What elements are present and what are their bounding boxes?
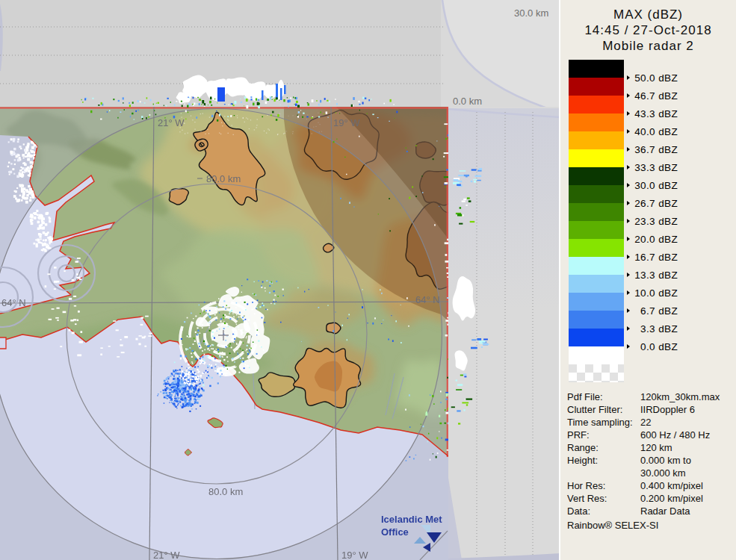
svg-text:64° N: 64° N: [1, 297, 26, 308]
svg-text:Icelandic Met: Icelandic Met: [381, 514, 442, 525]
svg-text:0.0 km: 0.0 km: [453, 96, 482, 107]
svg-text:19° W: 19° W: [333, 117, 360, 128]
svg-text:21° W: 21° W: [153, 550, 180, 560]
svg-text:19° W: 19° W: [341, 550, 368, 560]
svg-text:30.0 km: 30.0 km: [514, 7, 548, 19]
svg-text:21° W: 21° W: [158, 117, 185, 128]
svg-text:64° N: 64° N: [415, 294, 440, 305]
svg-text:Office: Office: [381, 526, 409, 538]
svg-text:80.0 km: 80.0 km: [206, 173, 241, 184]
svg-text:80.0 km: 80.0 km: [208, 486, 243, 497]
